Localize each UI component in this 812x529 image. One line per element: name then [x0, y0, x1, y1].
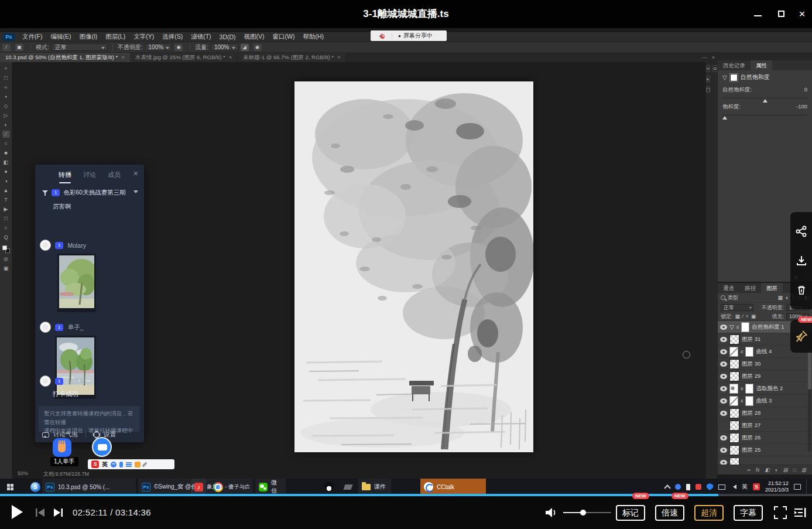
username[interactable]: Molary	[67, 242, 86, 249]
layer-name[interactable]: 图层 29	[742, 373, 760, 380]
tab-paths[interactable]: 路径	[739, 283, 761, 293]
tab-close-icon[interactable]	[121, 54, 125, 60]
filter-pixel-icon[interactable]	[778, 295, 783, 301]
add-mask-icon[interactable]	[765, 467, 770, 473]
heal-tool-icon[interactable]	[2, 121, 10, 128]
mask-link-icon[interactable]	[741, 349, 743, 354]
menu-window[interactable]: 窗口(W)	[269, 33, 299, 41]
taskbar-wechat[interactable]: 微信	[255, 479, 286, 495]
path-select-tool-icon[interactable]	[2, 206, 10, 213]
crop-tool-icon[interactable]	[2, 103, 10, 110]
layer-name[interactable]: 图层 25	[742, 446, 760, 454]
layer-row[interactable]: 图层 25	[718, 444, 812, 456]
taskbar-photoshop-1[interactable]: Ps 10.3.psd @ 50% (...	[42, 479, 136, 495]
layer-name[interactable]: 曲线 3	[756, 397, 772, 405]
visibility-eye-icon[interactable]	[720, 398, 727, 404]
input-language[interactable]: 英	[742, 483, 748, 491]
volume-icon[interactable]	[731, 484, 736, 489]
taskbar-sogou-browser[interactable]: S	[27, 479, 44, 495]
tab-close-icon[interactable]	[337, 54, 341, 60]
sogou-ime-icon[interactable]: S	[753, 483, 760, 490]
menu-filter[interactable]: 滤镜(T)	[187, 33, 215, 41]
sogou-ime-toolbar[interactable]: S 英	[88, 459, 174, 469]
doc-close-icon[interactable]	[712, 54, 715, 60]
visibility-eye-icon[interactable]	[720, 349, 727, 354]
tab-members[interactable]: 成员	[108, 170, 121, 179]
keyboard-icon[interactable]	[126, 462, 132, 467]
toolbox-icon[interactable]	[135, 462, 141, 467]
previous-frame-button[interactable]	[35, 508, 46, 517]
volume-knob[interactable]	[580, 510, 586, 516]
taskbar-cctalk[interactable]: CCtalk	[420, 479, 486, 495]
taskbar-app[interactable]	[341, 479, 355, 495]
layer-mask-thumbnail[interactable]	[745, 384, 753, 394]
flow-select[interactable]: 100%	[211, 43, 238, 51]
visibility-eye-icon[interactable]	[720, 325, 727, 330]
lock-all-icon[interactable]	[751, 313, 756, 319]
gradient-tool-icon[interactable]	[2, 159, 10, 166]
visibility-eye-icon[interactable]	[720, 411, 727, 416]
layer-row[interactable]: 图层 29	[718, 370, 812, 383]
filter-adjustment-icon[interactable]	[786, 295, 789, 301]
tab-layers[interactable]: 图层	[761, 283, 783, 293]
visibility-eye-icon[interactable]	[720, 448, 727, 453]
zoom-tool-icon[interactable]	[2, 234, 10, 241]
download-icon[interactable]	[796, 255, 807, 267]
layer-name[interactable]: 图层 30	[742, 360, 760, 368]
layer-name[interactable]: 图层 31	[742, 336, 760, 343]
layer-row[interactable]: 图层 28	[718, 407, 812, 419]
layer-mask-thumbnail[interactable]	[741, 322, 749, 332]
pen-tool-icon[interactable]	[2, 187, 10, 194]
layer-mask-thumbnail[interactable]	[745, 396, 753, 406]
curves-layer-icon[interactable]	[729, 396, 738, 406]
visibility-eye-icon[interactable]	[720, 435, 727, 441]
menu-select[interactable]: 选择(S)	[158, 33, 187, 41]
layer-row[interactable]: 图层 27	[718, 419, 812, 432]
layers-scrollbar[interactable]	[808, 349, 811, 451]
play-button[interactable]	[12, 505, 23, 519]
clone-stamp-tool-icon[interactable]	[2, 140, 10, 147]
panel-icon[interactable]	[712, 65, 717, 72]
wrench-icon[interactable]	[142, 462, 148, 467]
tab-relay[interactable]: 转播	[59, 170, 71, 179]
screen-mode-icon[interactable]	[2, 265, 10, 272]
canvas-painting[interactable]	[294, 81, 533, 452]
tab-discussion[interactable]: 讨论	[83, 170, 96, 179]
notification-icon[interactable]	[794, 484, 801, 490]
menu-file[interactable]: 文件(F)	[18, 33, 46, 41]
dodge-tool-icon[interactable]	[2, 178, 10, 185]
username[interactable]: 佐左柏	[67, 377, 86, 385]
quick-mask-icon[interactable]	[2, 255, 10, 262]
mask-link-icon[interactable]	[741, 386, 743, 391]
mask-link-icon[interactable]	[736, 325, 739, 330]
airbrush-icon[interactable]	[241, 44, 249, 51]
volume-slider[interactable]	[563, 512, 611, 513]
layer-name[interactable]: 选取颜色 2	[756, 385, 783, 393]
menu-edit[interactable]: 编辑(E)	[46, 33, 75, 41]
layer-row[interactable]: 图层 26	[718, 432, 812, 444]
vibrance-layer-icon[interactable]	[729, 324, 734, 330]
layer-mask-thumbnail[interactable]	[745, 347, 753, 357]
visibility-eye-icon[interactable]	[720, 337, 727, 342]
link-layers-icon[interactable]	[747, 467, 751, 473]
layer-thumbnail[interactable]	[729, 445, 739, 455]
shape-tool-icon[interactable]	[2, 215, 10, 222]
lasso-tool-icon[interactable]	[2, 84, 10, 91]
layer-blend-select[interactable]: 正常	[721, 304, 753, 311]
pin-button[interactable]	[790, 320, 812, 353]
layer-row[interactable]: 选取颜色 2	[718, 383, 812, 395]
layer-thumbnail[interactable]	[729, 335, 739, 344]
hand-raise-button[interactable]	[53, 438, 71, 457]
saturation-value[interactable]: -100	[796, 103, 807, 111]
discussion-bubble-toggle[interactable]: 讨论气泡	[53, 431, 78, 439]
taskbar-folder[interactable]: 课件	[358, 479, 391, 495]
speed-button[interactable]: 倍速	[655, 505, 684, 521]
avatar[interactable]	[40, 322, 51, 333]
brush-tool-icon[interactable]	[2, 131, 10, 138]
next-frame-button[interactable]	[53, 508, 63, 517]
tab-close-icon[interactable]	[229, 54, 232, 60]
sogou-logo-icon[interactable]: S	[91, 460, 99, 468]
emoji-icon[interactable]	[111, 462, 117, 467]
new-adjustment-icon[interactable]	[775, 467, 778, 473]
tray-icon[interactable]	[695, 484, 701, 490]
